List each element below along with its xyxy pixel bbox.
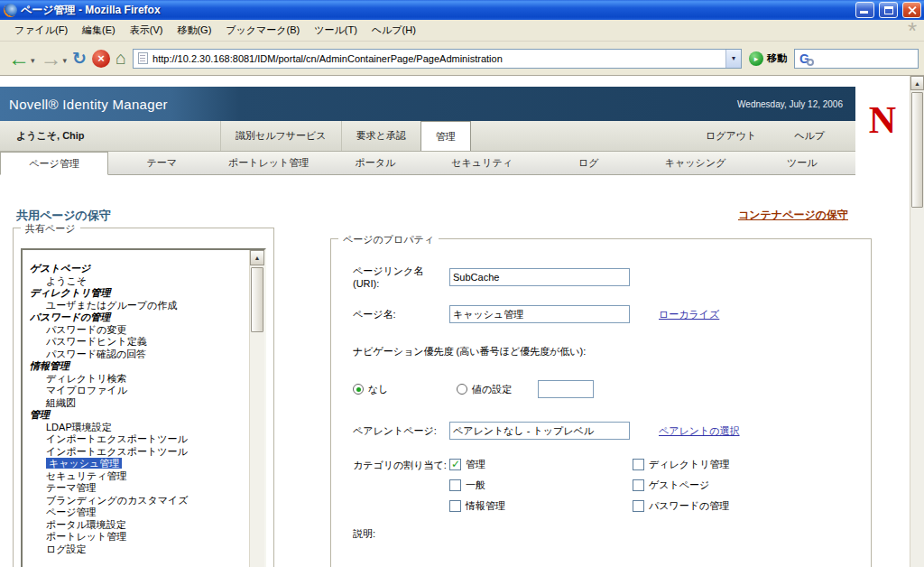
main-tab[interactable]: 要求と承認: [341, 121, 420, 151]
tree-item[interactable]: LDAP環境設定: [30, 422, 245, 434]
select-parent-link[interactable]: ペアレントの選択: [659, 424, 740, 438]
page-properties-legend: ページのプロパティ: [338, 233, 439, 246]
uri-input[interactable]: [449, 268, 630, 286]
novell-logo: N: [869, 101, 896, 175]
main-tab[interactable]: 識別セルフサービス: [220, 121, 341, 151]
priority-value-input[interactable]: [538, 380, 594, 398]
home-icon: ⌂: [116, 48, 126, 69]
subtab[interactable]: ログ: [535, 152, 642, 174]
reload-button[interactable]: ↻: [69, 46, 89, 70]
priority-none-option[interactable]: なし: [353, 383, 457, 396]
scrollbar-up-button[interactable]: ▲: [910, 76, 924, 90]
tree-item[interactable]: パスワードの管理: [30, 311, 245, 324]
subtab[interactable]: ポートレット管理: [216, 152, 322, 174]
url-input[interactable]: [152, 51, 725, 67]
tree-item[interactable]: ゲストページ: [30, 263, 245, 275]
maximize-button[interactable]: [879, 2, 898, 18]
tree-item[interactable]: ブランディングのカスタマイズ: [30, 495, 245, 507]
uri-label: ページリンク名 (URI):: [353, 265, 449, 289]
header-link[interactable]: ログアウト: [706, 129, 756, 143]
stop-button[interactable]: ×: [89, 48, 113, 70]
tree-item[interactable]: インポートエクスポートツール: [30, 446, 245, 459]
category-checkbox[interactable]: パスワードの管理: [633, 499, 816, 513]
forward-button[interactable]: → ▾: [38, 47, 70, 70]
tree-item[interactable]: ポータル環境設定: [30, 519, 245, 532]
tree-item[interactable]: パスワードの変更: [30, 324, 245, 337]
checkbox-icon: [449, 479, 461, 491]
subtab[interactable]: テーマ: [108, 152, 215, 174]
stop-icon: ×: [92, 50, 110, 68]
shared-pages-tree: ゲストページようこそディレクトリ管理ユーザまたはグループの作成パスワードの管理パ…: [23, 250, 264, 555]
category-checkbox[interactable]: 一般: [449, 479, 633, 492]
tree-item[interactable]: ようこそ: [30, 275, 245, 288]
url-dropdown-button[interactable]: ▾: [725, 50, 741, 68]
chevron-down-icon: ▾: [732, 54, 735, 62]
page-scrollbar: ▲: [910, 76, 924, 567]
tree-item[interactable]: ログ設定: [30, 544, 245, 556]
subtab[interactable]: ポータル: [322, 152, 429, 174]
menu-item[interactable]: 移動(G): [170, 20, 218, 41]
uri-row: ページリンク名 (URI):: [353, 265, 871, 289]
search-box[interactable]: G: [794, 49, 919, 69]
menu-item[interactable]: 編集(E): [75, 20, 123, 41]
tree-item[interactable]: セキュリティ管理: [30, 470, 245, 483]
listbox-scroll-thumb[interactable]: [251, 267, 263, 332]
container-pages-link[interactable]: コンテナページの保守: [738, 208, 848, 223]
minimize-icon: [860, 11, 868, 14]
listbox-scroll-up-button[interactable]: ▲: [250, 250, 264, 265]
checkbox-icon: [449, 459, 461, 470]
subtab[interactable]: ツール: [749, 152, 855, 174]
subtab[interactable]: セキュリティ: [429, 152, 535, 174]
close-button[interactable]: [902, 2, 921, 18]
tree-item[interactable]: ディレクトリ管理: [30, 287, 245, 300]
tree-item[interactable]: パスワードヒント定義: [30, 336, 245, 349]
page-name-input[interactable]: [449, 305, 630, 323]
checkbox-icon: [633, 500, 644, 512]
shared-pages-fieldset: 共有ページ ゲストページようこそディレクトリ管理ユーザまたはグループの作成パスワ…: [13, 228, 274, 567]
browser-viewport: Novell® Identity Manager Wednesday, July…: [0, 76, 924, 567]
categories-row: カテゴリの割り当て: 管理 一般 情報管理: [353, 458, 871, 513]
tree-item[interactable]: マイプロファイル: [30, 385, 245, 397]
tree-item[interactable]: ポートレット管理: [30, 531, 245, 544]
home-button[interactable]: ⌂: [113, 46, 129, 70]
tree-item[interactable]: インポートエクスポートツール: [30, 433, 245, 446]
tree-item[interactable]: パスワード確認の回答: [30, 349, 245, 361]
header-link[interactable]: ヘルプ: [794, 129, 825, 143]
tree-item[interactable]: ページ管理: [30, 507, 245, 519]
category-checkbox[interactable]: 管理: [449, 458, 633, 471]
tree-item[interactable]: 情報管理: [30, 360, 245, 373]
tree-item[interactable]: 管理: [30, 409, 245, 422]
menu-item[interactable]: ファイル(F): [7, 20, 75, 41]
back-button[interactable]: ← ▾: [5, 47, 38, 70]
go-button[interactable]: ▸ 移動: [747, 51, 794, 66]
tree-item[interactable]: ユーザまたはグループの作成: [30, 300, 245, 312]
checkbox-icon: [633, 479, 644, 491]
scrollbar-thumb[interactable]: [911, 92, 923, 208]
tree-item[interactable]: 組織図: [30, 397, 245, 410]
main-tab[interactable]: 管理: [420, 121, 471, 151]
menu-item[interactable]: 表示(V): [123, 20, 171, 41]
category-checkbox[interactable]: ゲストページ: [633, 479, 816, 492]
throbber-icon: *: [908, 17, 917, 45]
tree-item[interactable]: ディレクトリ検索: [30, 373, 245, 386]
localize-link[interactable]: ローカライズ: [659, 308, 719, 321]
menu-item[interactable]: ブックマーク(B): [218, 20, 307, 41]
subtab[interactable]: ページ管理: [0, 152, 108, 175]
category-checkbox[interactable]: 情報管理: [449, 499, 633, 513]
category-checkbox[interactable]: ディレクトリ管理: [633, 458, 816, 471]
tree-item[interactable]: キャッシュ管理: [30, 458, 245, 470]
navigation-toolbar: ← ▾ → ▾ ↻ × ⌂ ▾ ▸ 移動 G: [0, 42, 924, 76]
firefox-icon: [4, 4, 17, 17]
radio-value-icon: [457, 384, 467, 395]
go-icon: ▸: [749, 51, 763, 66]
subtab[interactable]: キャッシング: [642, 152, 749, 174]
minimize-button[interactable]: [855, 2, 874, 18]
priority-value-option[interactable]: 値の設定: [457, 383, 538, 396]
tree-item[interactable]: テーマ管理: [30, 482, 245, 495]
categories-label: カテゴリの割り当て:: [353, 458, 449, 472]
menu-item[interactable]: ヘルプ(H): [365, 20, 423, 41]
menu-item[interactable]: ツール(T): [307, 20, 365, 41]
forward-dropdown-icon: ▾: [63, 56, 68, 69]
window-title: ページ管理 - Mozilla Firefox: [21, 3, 851, 18]
parent-page-input[interactable]: [449, 422, 630, 440]
